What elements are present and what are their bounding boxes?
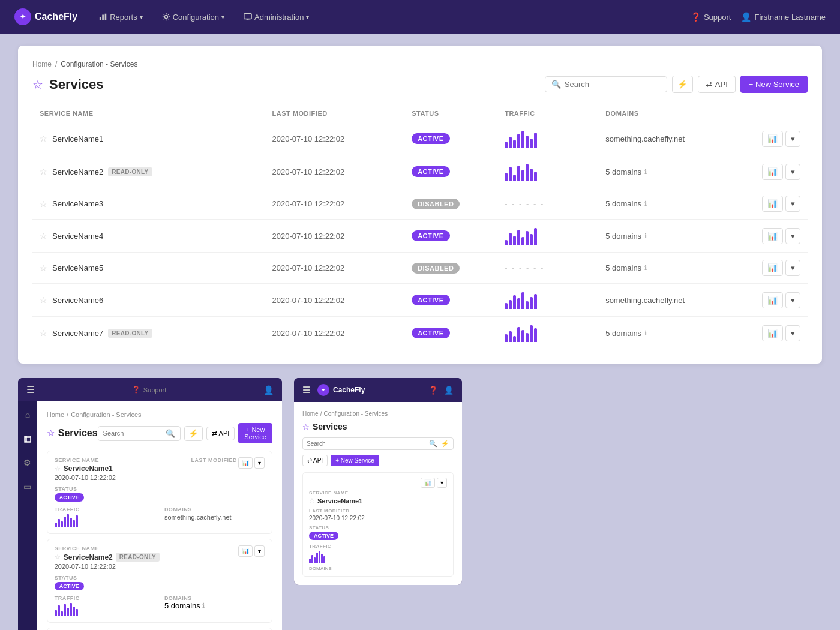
- panel-right-search-box[interactable]: 🔍 ⚡: [302, 437, 454, 450]
- panel-s1-actions: 📊 ▾: [238, 457, 265, 469]
- panel-s2-star[interactable]: ☆: [55, 553, 61, 561]
- new-service-button[interactable]: + New Service: [740, 76, 808, 93]
- action-dropdown-btn-1[interactable]: ▾: [785, 164, 800, 180]
- panel-filter-btn[interactable]: ⚡: [184, 426, 203, 441]
- panel-search-box[interactable]: 🔍: [98, 426, 181, 441]
- sidebar-chart-icon[interactable]: ▦: [21, 431, 34, 446]
- nav-reports[interactable]: Reports ▾: [92, 9, 150, 25]
- pr-s1-star[interactable]: ☆: [309, 497, 315, 505]
- service-star-0[interactable]: ☆: [40, 134, 47, 143]
- action-chart-btn-0[interactable]: 📊: [762, 131, 783, 147]
- service-name-text-4[interactable]: ServiceName5: [52, 263, 103, 272]
- question-icon-left[interactable]: ❓: [132, 386, 140, 394]
- search-box[interactable]: 🔍: [545, 76, 667, 92]
- panel-bc-home[interactable]: Home: [47, 411, 64, 418]
- hamburger-icon[interactable]: ☰: [26, 384, 35, 395]
- service-name-text-1[interactable]: ServiceName2: [52, 167, 103, 176]
- panel-lm-label: LAST MODIFIED: [191, 457, 238, 469]
- right-user-icon[interactable]: 👤: [444, 386, 454, 395]
- service-star-1[interactable]: ☆: [40, 167, 47, 176]
- nav-configuration[interactable]: Configuration ▾: [155, 9, 232, 25]
- api-sync-icon: ⇄: [706, 80, 712, 89]
- action-cell-5: 📊 ▾: [738, 284, 808, 317]
- panel-s2-bottom-meta: TRAFFIC: [55, 595, 265, 616]
- service-name-text-0[interactable]: ServiceName1: [52, 134, 103, 143]
- domain-info-6[interactable]: ℹ: [644, 329, 647, 337]
- sidebar-monitor-icon[interactable]: ▭: [21, 479, 34, 494]
- domain-info-2[interactable]: ℹ: [644, 200, 647, 208]
- domain-cell-1: 5 domains ℹ: [598, 155, 738, 188]
- domain-info-4[interactable]: ℹ: [644, 264, 647, 272]
- action-dropdown-btn-2[interactable]: ▾: [785, 196, 800, 212]
- service-name-text-2[interactable]: ServiceName3: [52, 199, 103, 208]
- action-dropdown-btn-4[interactable]: ▾: [785, 260, 800, 276]
- support-link[interactable]: ❓ Support: [691, 12, 731, 22]
- panel-star-icon[interactable]: ☆: [47, 428, 55, 439]
- pr-bc-home[interactable]: Home: [302, 410, 319, 417]
- panel-search-input[interactable]: [103, 430, 163, 437]
- action-dropdown-btn-5[interactable]: ▾: [785, 292, 800, 308]
- traffic-chart-3: [505, 227, 591, 245]
- service-star-2[interactable]: ☆: [40, 199, 47, 209]
- pr-api-btn[interactable]: ⇄ API: [302, 455, 328, 466]
- favorite-star-icon[interactable]: ☆: [32, 77, 43, 92]
- pr-star-icon[interactable]: ☆: [302, 422, 310, 431]
- user-menu[interactable]: 👤 Firstname Lastname: [741, 12, 826, 22]
- hamburger-icon-right[interactable]: ☰: [302, 385, 310, 395]
- question-icon: ❓: [691, 12, 701, 22]
- pr-new-btn[interactable]: + New Service: [331, 455, 379, 466]
- services-table: SERVICE NAME LAST MODIFIED STATUS TRAFFI…: [32, 105, 808, 349]
- pr-s1-dropdown-btn[interactable]: ▾: [437, 478, 447, 488]
- sidebar-gear-icon[interactable]: ⚙: [21, 455, 34, 470]
- search-input[interactable]: [565, 80, 661, 89]
- action-cell-4: 📊 ▾: [738, 253, 808, 284]
- panel-s2-actions: 📊 ▾: [238, 545, 265, 557]
- panel-s1-dropdown-btn[interactable]: ▾: [254, 457, 265, 469]
- last-modified-3: 2020-07-10 12:22:02: [265, 220, 405, 253]
- action-chart-btn-4[interactable]: 📊: [762, 260, 783, 276]
- action-chart-btn-3[interactable]: 📊: [762, 228, 783, 244]
- service-name-text-5[interactable]: ServiceName6: [52, 296, 103, 305]
- service-star-5[interactable]: ☆: [40, 295, 47, 305]
- action-chart-btn-6[interactable]: 📊: [762, 325, 783, 341]
- action-dropdown-btn-6[interactable]: ▾: [785, 325, 800, 341]
- pr-filter-icon[interactable]: ⚡: [441, 440, 449, 448]
- api-button[interactable]: ⇄ API: [698, 76, 736, 93]
- traffic-bar: [513, 295, 516, 309]
- action-chart-btn-5[interactable]: 📊: [762, 292, 783, 308]
- panel-new-service-btn[interactable]: + New Service: [238, 423, 272, 443]
- service-star-6[interactable]: ☆: [40, 328, 47, 338]
- pr-s1-chart-btn[interactable]: 📊: [421, 478, 435, 488]
- pr-service-card-1: 📊 ▾ SERVICE NAME ☆ ServiceName1 LAST MOD…: [302, 472, 454, 577]
- service-star-4[interactable]: ☆: [40, 263, 47, 273]
- pr-search-input[interactable]: [307, 440, 427, 447]
- panel-s1-star[interactable]: ☆: [55, 465, 61, 473]
- domain-info-1[interactable]: ℹ: [644, 168, 647, 176]
- page-title: Services: [49, 77, 104, 92]
- service-name-text-3[interactable]: ServiceName4: [52, 232, 103, 241]
- traffic-cell-2: - - - - - -: [497, 188, 598, 220]
- user-label: Firstname Lastname: [755, 13, 826, 22]
- traffic-chart-0: [505, 130, 591, 148]
- right-question-icon[interactable]: ❓: [428, 386, 438, 395]
- sidebar-home-icon[interactable]: ⌂: [23, 407, 32, 422]
- panel-api-btn[interactable]: ⇄ API: [206, 427, 235, 440]
- service-name-text-6[interactable]: ServiceName7: [52, 329, 103, 338]
- action-chart-btn-2[interactable]: 📊: [762, 196, 783, 212]
- filter-button[interactable]: ⚡: [672, 76, 693, 93]
- action-dropdown-btn-3[interactable]: ▾: [785, 228, 800, 244]
- user-icon: 👤: [741, 12, 751, 22]
- domain-info-3[interactable]: ℹ: [644, 232, 647, 240]
- table-row: ☆ ServiceName4 2020-07-10 12:22:02ACTIVE…: [32, 220, 808, 253]
- logo[interactable]: ✦ CacheFly: [14, 8, 77, 25]
- panel-s2-chart-btn[interactable]: 📊: [238, 545, 253, 557]
- action-dropdown-btn-0[interactable]: ▾: [785, 131, 800, 147]
- panel-s2-dropdown-btn[interactable]: ▾: [254, 545, 265, 557]
- search-icon: 🔍: [551, 80, 561, 89]
- service-star-3[interactable]: ☆: [40, 231, 47, 241]
- action-chart-btn-1[interactable]: 📊: [762, 164, 783, 180]
- user-icon-left[interactable]: 👤: [263, 385, 274, 395]
- breadcrumb-home[interactable]: Home: [32, 60, 52, 68]
- nav-administration[interactable]: Administration ▾: [236, 9, 316, 25]
- panel-s1-chart-btn[interactable]: 📊: [238, 457, 253, 469]
